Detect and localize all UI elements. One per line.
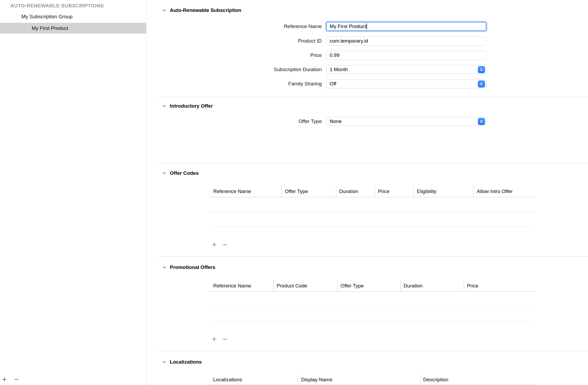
column-header: Display Name — [298, 374, 420, 385]
localizations-table-header: Localizations Display Name Description — [209, 374, 535, 385]
chevron-down-icon[interactable] — [162, 359, 167, 365]
offer-type-value: None — [330, 118, 342, 124]
table-row-empty — [209, 307, 535, 321]
section-title: Localizations — [170, 359, 202, 365]
promotional-offers-table: Reference Name Product Code Offer Type D… — [209, 280, 535, 321]
section-divider — [157, 256, 588, 256]
offer-type-label: Offer Type — [146, 117, 322, 126]
column-header: Description — [420, 374, 535, 385]
section-title: Introductory Offer — [170, 103, 213, 109]
price-label: Price — [146, 51, 322, 60]
reference-name-label: Reference Name — [146, 22, 322, 31]
sidebar-group-header: AUTO-RENEWABLE SUBSCRIPTIONS — [10, 3, 104, 9]
column-header: Eligibility — [414, 186, 474, 197]
price-value: 0.99 — [330, 52, 339, 58]
section-header-promotional-offers: Promotional Offers — [162, 264, 215, 271]
sidebar-item-subscription-group[interactable]: My Subscription Group — [0, 11, 146, 22]
column-header: Price — [375, 186, 414, 197]
subscription-duration-select[interactable]: 1 Month — [326, 65, 486, 74]
text-caret — [366, 24, 367, 29]
add-promotional-offer-button[interactable]: + — [212, 335, 217, 343]
offer-codes-controls: + − — [212, 241, 227, 249]
offer-type-select[interactable]: None — [326, 117, 486, 126]
remove-offer-code-button[interactable]: − — [222, 241, 227, 249]
popup-stepper-icon — [478, 80, 485, 88]
chevron-down-icon[interactable] — [162, 171, 167, 176]
sidebar: AUTO-RENEWABLE SUBSCRIPTIONS My Subscrip… — [0, 0, 146, 385]
family-sharing-select[interactable]: Off — [326, 79, 486, 88]
sidebar-item-label: My First Product — [32, 25, 68, 31]
column-header: Offer Type — [337, 280, 400, 291]
chevron-down-icon[interactable] — [162, 265, 167, 270]
section-divider — [157, 97, 588, 97]
offer-codes-table-header: Reference Name Offer Type Duration Price… — [209, 186, 535, 197]
popup-stepper-icon — [478, 66, 485, 73]
section-title: Promotional Offers — [170, 264, 215, 270]
column-header: Duration — [336, 186, 375, 197]
column-header: Product Code — [273, 280, 337, 291]
family-sharing-value: Off — [330, 81, 336, 87]
subscription-duration-label: Subscription Duration — [146, 65, 322, 74]
reference-name-value: My First Product — [330, 24, 366, 29]
chevron-down-icon[interactable] — [162, 8, 167, 13]
sidebar-item-first-product[interactable]: My First Product — [0, 23, 146, 34]
product-id-value: com.temporary.id — [330, 38, 368, 44]
column-header: Reference Name — [209, 280, 273, 291]
column-header: Localizations — [209, 374, 298, 385]
localizations-table: Localizations Display Name Description — [209, 374, 535, 385]
section-divider — [157, 163, 588, 163]
promotional-offers-controls: + − — [212, 335, 227, 343]
section-header-offer-codes: Offer Codes — [162, 169, 199, 177]
reference-name-input[interactable]: My First Product — [326, 22, 486, 31]
column-header: Reference Name — [209, 186, 282, 197]
family-sharing-label: Family Sharing — [146, 79, 322, 88]
column-header: Allow Intro Offer — [474, 186, 535, 197]
subscription-duration-value: 1 Month — [330, 67, 348, 72]
sidebar-controls: + − — [2, 375, 19, 383]
section-title: Offer Codes — [170, 170, 199, 176]
table-row-empty — [209, 212, 535, 227]
remove-product-button[interactable]: − — [14, 375, 19, 383]
column-header: Price — [464, 280, 535, 291]
add-offer-code-button[interactable]: + — [212, 241, 217, 249]
product-id-input[interactable]: com.temporary.id — [326, 36, 486, 45]
popup-stepper-icon — [478, 118, 485, 125]
section-header-auto-renewable: Auto-Renewable Subscription — [162, 7, 241, 14]
section-divider — [157, 351, 588, 351]
table-row-empty — [209, 197, 535, 212]
product-id-label: Product ID — [146, 36, 322, 45]
price-input[interactable]: 0.99 — [326, 51, 486, 60]
section-header-introductory-offer: Introductory Offer — [162, 102, 213, 110]
promotional-offers-table-header: Reference Name Product Code Offer Type D… — [209, 280, 535, 292]
section-header-localizations: Localizations — [162, 358, 202, 366]
editor-pane: Auto-Renewable Subscription Reference Na… — [146, 0, 588, 385]
offer-codes-table: Reference Name Offer Type Duration Price… — [209, 186, 535, 227]
add-product-button[interactable]: + — [2, 375, 7, 383]
sidebar-item-label: My Subscription Group — [21, 14, 72, 19]
table-row-empty — [209, 292, 535, 307]
remove-promotional-offer-button[interactable]: − — [222, 335, 227, 343]
chevron-down-icon[interactable] — [162, 103, 167, 109]
column-header: Duration — [400, 280, 464, 291]
column-header: Offer Type — [282, 186, 336, 197]
section-title: Auto-Renewable Subscription — [170, 7, 241, 13]
